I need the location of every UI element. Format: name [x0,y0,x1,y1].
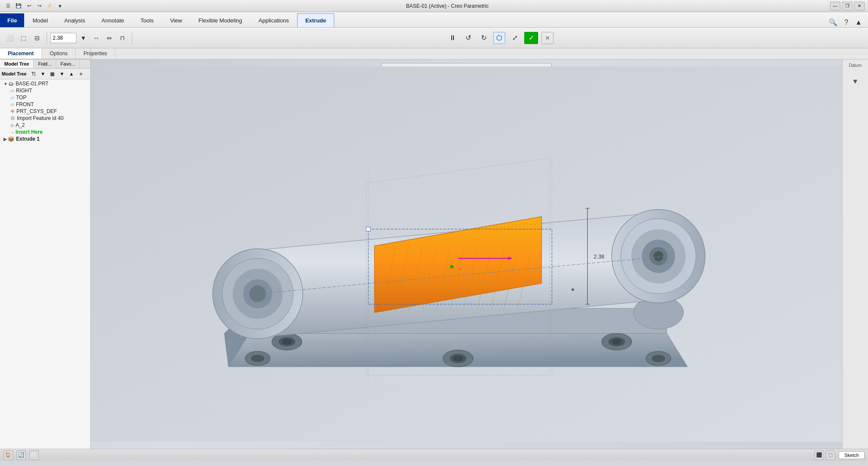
thickness-btn[interactable]: ⊟ [31,32,43,44]
tree-item-extrude1[interactable]: ▶ 📦 Extrude 1 [1,135,89,142]
tab-model[interactable]: Model [24,13,56,27]
status-home-btn[interactable]: 🏠 [3,450,13,460]
tab-view[interactable]: View [162,13,190,27]
sub-tab-placement[interactable]: Placement [0,48,42,59]
redo-btn[interactable]: ↪ [35,1,44,11]
quick-access-toolbar[interactable]: ☰ 💾 ↩ ↪ ⚡ ▼ [3,1,65,11]
status-layout-btn[interactable]: ⬜ [29,450,39,460]
solid-btn[interactable]: ⬜ [3,32,16,44]
svg-point-12 [611,339,621,345]
ribbon-minimize-btn[interactable]: ▲ [852,18,865,27]
datum-toggle-btn[interactable]: ▼ [850,77,861,86]
cancel-btn[interactable]: ✕ [542,32,554,44]
svg-point-16 [652,355,665,362]
insert-arrow: → [10,130,15,135]
svg-point-30 [653,251,663,261]
datum-label: Datum [849,63,862,68]
status-right: ⬛ ⬚ Sketch [814,450,865,460]
view-3d-btn[interactable]: ⬡ [493,32,505,44]
depth-group: 2.38 ▼ ↔ ⇔ ⊓ [51,32,128,44]
tree-item-front[interactable]: ▱ FRONT [1,101,89,108]
close-btn[interactable]: ✕ [854,2,865,10]
import-label: Import Feature id 40 [17,115,63,121]
maximize-btn[interactable]: ❐ [842,2,852,10]
ribbon-help-btn[interactable]: ? [842,18,851,27]
symmetry-btn[interactable]: ⇔ [103,32,115,44]
tab-applications[interactable]: Applications [250,13,297,27]
svg-point-57 [572,288,574,291]
surface-btn[interactable]: ⬚ [17,32,29,44]
base-prt-icon: 🗂 [9,81,14,87]
tree-item-a2[interactable]: ⊘ A_2 [1,122,89,129]
status-sync-btn[interactable]: 🔄 [16,450,26,460]
model-tree: ▼ 🗂 BASE-01.PRT ▱ RIGHT ▱ TOP ▱ FRONT [0,79,90,449]
svg-point-14 [251,355,264,362]
top-icon: ▱ [10,94,14,101]
front-label: FRONT [16,101,34,107]
front-icon: ▱ [10,101,14,107]
tree-item-right[interactable]: ▱ RIGHT [1,87,89,94]
undo-btn[interactable]: ↩ [24,1,34,11]
base-prt-label: BASE-01.PRT [16,81,48,87]
svg-point-53 [450,265,453,268]
minimize-btn[interactable]: — [830,2,840,10]
view-mode-btn[interactable]: ⬛ [814,450,824,460]
tree-item-csys[interactable]: ✛ PRT_CSYS_DEF [1,108,89,115]
extrude1-icon: 📦 [8,136,14,142]
tree-item-base-prt[interactable]: ▼ 🗂 BASE-01.PRT [1,80,89,87]
right-icon: ▱ [10,88,14,94]
csys-label: PRT_CSYS_DEF [16,108,57,114]
tab-annotate[interactable]: Annotate [93,13,132,27]
accept-btn[interactable]: ✓ [524,32,538,44]
depth-menu[interactable]: ▼ [77,32,89,44]
sketch-label[interactable]: Sketch [839,451,865,459]
main-toolbar: ⬜ ⬚ ⊟ 2.38 ▼ ↔ ⇔ ⊓ ⏸ ↺ ↻ ⬡ ⤢ ✓ ✕ [0,28,868,48]
sub-tab-options[interactable]: Options [42,48,76,59]
insert-label: Insert Here [16,129,43,135]
flip-btn[interactable]: ↔ [90,32,102,44]
save-btn[interactable]: 💾 [14,1,23,11]
display-mode-btn[interactable]: ⬚ [826,450,835,460]
dimension-label: 2.38 [594,254,604,260]
qat-more[interactable]: ▼ [55,1,65,11]
titlebar: ☰ 💾 ↩ ↪ ⚡ ▼ BASE-01 (Active) - Creo Para… [0,0,868,12]
expand-arrow-base: ▼ [3,82,8,86]
tree-expand-btn[interactable]: ▼ [57,69,66,78]
viewport[interactable]: ⊡ 🔍 🔎 ↺ 📷 ▣ △ ⬜ ⬚ ⊞ ⊟ ⊠ ⊟ ▦ ⊞ [91,60,842,449]
model-tree-toolbar: Model Tree T| ▼ ▦ ▼ ▲ ≡ [0,69,90,79]
sep1 [47,31,47,44]
regenerate-btn[interactable]: ⚡ [45,1,54,11]
tab-analysis[interactable]: Analysis [56,13,93,27]
panel-tab-model-tree[interactable]: Model Tree [0,60,34,68]
window-title: BASE-01 (Active) - Creo Parametric [65,3,830,9]
tree-view-btn[interactable]: ▦ [48,69,57,78]
window-controls[interactable]: — ❐ ✕ [830,2,865,10]
cap-btn[interactable]: ⊓ [116,32,128,44]
tree-item-import[interactable]: ⚙ Import Feature id 40 [1,115,89,122]
app-menu-btn[interactable]: ☰ [3,1,13,11]
tree-collapse-btn[interactable]: ▲ [67,69,76,78]
panel-tab-folder[interactable]: Fold... [34,60,56,68]
tree-more-btn[interactable]: ≡ [76,69,85,78]
pause-btn[interactable]: ⏸ [447,32,459,44]
tab-flexible-modeling[interactable]: Flexible Modeling [190,13,250,27]
tree-filter-btn[interactable]: ▼ [38,69,47,78]
tree-item-top[interactable]: ▱ TOP [1,94,89,101]
panel-tab-favorites[interactable]: Favo... [56,60,80,68]
tab-tools[interactable]: Tools [132,13,162,27]
tree-settings-btn[interactable]: T| [29,69,38,78]
ribbon-tabs: File Model Analysis Annotate Tools View … [0,12,868,28]
svg-point-9 [453,356,463,362]
3d-viewport-svg: 2.38 [91,60,842,449]
undo-preview-btn[interactable]: ↺ [462,32,474,44]
sub-tab-bar: Placement Options Properties [0,48,91,59]
redo-preview-btn[interactable]: ↻ [478,32,490,44]
import-icon: ⚙ [10,115,15,121]
ribbon-search-btn[interactable]: 🔍 [826,17,840,27]
tree-item-insert[interactable]: → Insert Here [1,129,89,135]
depth-input[interactable]: 2.38 [51,33,76,43]
tab-file[interactable]: File [0,13,24,27]
extrude1-label: Extrude 1 [16,136,40,142]
tab-extrude[interactable]: Extrude [297,13,334,27]
toggle-display-btn[interactable]: ⤢ [509,32,521,44]
